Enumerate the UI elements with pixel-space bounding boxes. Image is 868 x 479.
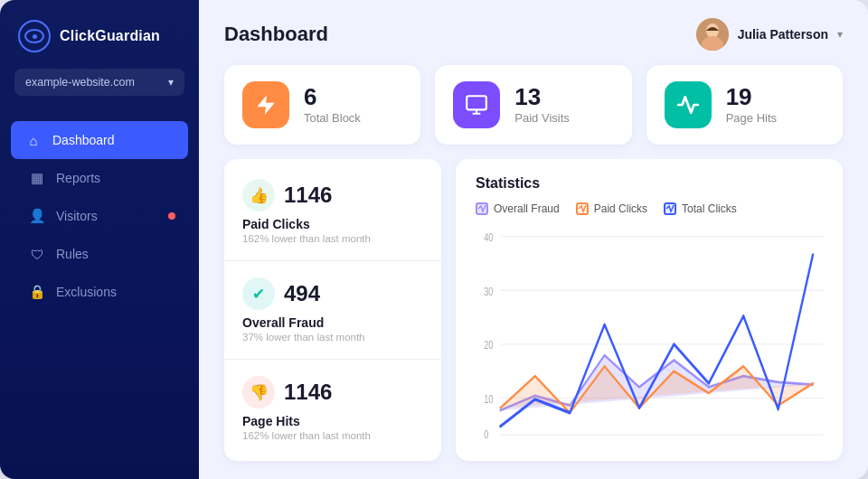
legend-label-total-clicks: Total Clicks xyxy=(682,202,737,215)
nav-menu: ⌂ Dashboard ▦ Reports 👤 Visitors 🛡 Rules… xyxy=(0,114,199,479)
home-icon: ⌂ xyxy=(25,132,42,148)
sidebar-item-visitors[interactable]: 👤 Visitors xyxy=(11,197,188,235)
metric-overall-fraud: ✔ 494 Overall Fraud 37% lower than last … xyxy=(224,261,441,360)
metrics-panel: 👍 1146 Paid Clicks 162% lower than last … xyxy=(224,159,441,461)
bottom-section: 👍 1146 Paid Clicks 162% lower than last … xyxy=(199,159,868,479)
user-check-icon: 👤 xyxy=(29,208,45,224)
svg-text:20: 20 xyxy=(484,339,493,352)
svg-text:10: 10 xyxy=(484,392,493,405)
legend-overall-fraud: Overall Fraud xyxy=(476,202,560,215)
lock-icon: 🔒 xyxy=(29,284,45,300)
statistics-panel: Statistics Overall Fraud Paid Clicks xyxy=(456,159,843,461)
svg-text:40: 40 xyxy=(484,230,493,243)
page-title: Dashboard xyxy=(224,23,328,46)
user-chevron-icon: ▾ xyxy=(837,28,843,41)
avatar xyxy=(696,18,729,51)
bar-chart-icon: ▦ xyxy=(29,170,45,186)
sidebar-item-label: Exclusions xyxy=(56,285,117,299)
main-content: Dashboard Julia Patterson ▾ xyxy=(199,0,868,479)
legend-paid-clicks: Paid Clicks xyxy=(576,202,647,215)
svg-text:0: 0 xyxy=(484,427,488,440)
svg-text:30: 30 xyxy=(484,285,493,297)
chevron-down-icon: ▾ xyxy=(168,76,174,89)
metric-header: 👎 1146 xyxy=(242,376,423,409)
shield-icon: 🛡 xyxy=(29,246,45,262)
sidebar: ClickGuardian example-website.com ▾ ⌂ Da… xyxy=(0,0,199,479)
legend-box-paid-clicks xyxy=(576,202,589,215)
sidebar-item-label: Reports xyxy=(56,171,100,185)
metric-overall-fraud-sub: 37% lower than last month xyxy=(242,332,423,343)
total-block-value: 6 xyxy=(304,85,361,108)
page-hits-value: 19 xyxy=(726,85,777,108)
stat-card-content: 6 Total Block xyxy=(304,85,361,125)
logo-icon xyxy=(18,20,51,52)
stat-cards: 6 Total Block 13 Paid Visits xyxy=(199,65,868,159)
total-block-icon xyxy=(242,81,289,128)
top-bar: Dashboard Julia Patterson ▾ xyxy=(199,0,868,65)
metric-paid-clicks-value: 1146 xyxy=(284,183,332,208)
statistics-title: Statistics xyxy=(476,175,823,192)
chart-legend: Overall Fraud Paid Clicks Total Clicks xyxy=(476,202,823,215)
sidebar-item-exclusions[interactable]: 🔒 Exclusions xyxy=(11,273,188,311)
metric-overall-fraud-value: 494 xyxy=(284,281,320,306)
visitors-badge xyxy=(168,212,175,220)
legend-box-overall-fraud xyxy=(476,202,488,215)
logo-text: ClickGuardian xyxy=(60,28,160,44)
stat-card-content: 13 Paid Visits xyxy=(514,85,569,125)
statistics-chart: 40 30 20 10 0 xyxy=(476,224,823,445)
paid-visits-label: Paid Visits xyxy=(514,111,569,125)
logo: ClickGuardian xyxy=(0,0,199,69)
website-selector-text: example-website.com xyxy=(25,76,135,89)
metric-paid-clicks-sub: 162% lower than last month xyxy=(242,233,423,244)
metric-overall-fraud-name: Overall Fraud xyxy=(242,315,423,330)
app-wrapper: ClickGuardian example-website.com ▾ ⌂ Da… xyxy=(0,0,868,479)
stat-card-page-hits: 19 Page Hits xyxy=(646,65,843,145)
user-info[interactable]: Julia Patterson ▾ xyxy=(696,18,843,51)
legend-total-clicks: Total Clicks xyxy=(664,202,737,215)
page-hits-label: Page Hits xyxy=(726,111,777,125)
stat-card-paid-visits: 13 Paid Visits xyxy=(435,65,631,145)
legend-label-paid-clicks: Paid Clicks xyxy=(594,202,647,215)
thumbs-down-icon: 👎 xyxy=(242,376,275,409)
metric-page-hits-sub: 162% lower than last month xyxy=(242,430,423,441)
metric-header: 👍 1146 xyxy=(242,179,423,211)
metric-page-hits-name: Page Hits xyxy=(242,414,423,428)
total-block-label: Total Block xyxy=(304,111,361,125)
sidebar-item-dashboard[interactable]: ⌂ Dashboard xyxy=(11,121,188,159)
metric-page-hits-value: 1146 xyxy=(284,380,332,405)
metric-paid-clicks-name: Paid Clicks xyxy=(242,217,423,231)
page-hits-icon xyxy=(665,81,712,128)
website-selector[interactable]: example-website.com ▾ xyxy=(14,69,184,96)
avatar-image xyxy=(696,18,729,51)
sidebar-item-rules[interactable]: 🛡 Rules xyxy=(11,235,188,273)
sidebar-item-label: Visitors xyxy=(56,209,98,223)
stat-card-total-block: 6 Total Block xyxy=(224,65,420,145)
metric-paid-clicks: 👍 1146 Paid Clicks 162% lower than last … xyxy=(224,163,441,261)
user-name: Julia Patterson xyxy=(738,27,828,42)
svg-rect-4 xyxy=(467,96,486,109)
stat-card-content: 19 Page Hits xyxy=(726,85,777,125)
checkmark-icon: ✔ xyxy=(242,277,275,310)
sidebar-item-label: Rules xyxy=(56,247,89,261)
sidebar-item-reports[interactable]: ▦ Reports xyxy=(11,159,188,197)
metric-page-hits: 👎 1146 Page Hits 162% lower than last mo… xyxy=(224,360,441,457)
legend-box-total-clicks xyxy=(664,202,676,215)
metric-header: ✔ 494 xyxy=(242,277,423,310)
sidebar-item-label: Dashboard xyxy=(52,133,115,147)
legend-label-overall-fraud: Overall Fraud xyxy=(494,202,560,215)
paid-visits-value: 13 xyxy=(514,85,569,108)
thumbs-up-icon: 👍 xyxy=(242,179,275,211)
paid-visits-icon xyxy=(453,81,500,128)
chart-area: 40 30 20 10 0 xyxy=(476,224,823,445)
